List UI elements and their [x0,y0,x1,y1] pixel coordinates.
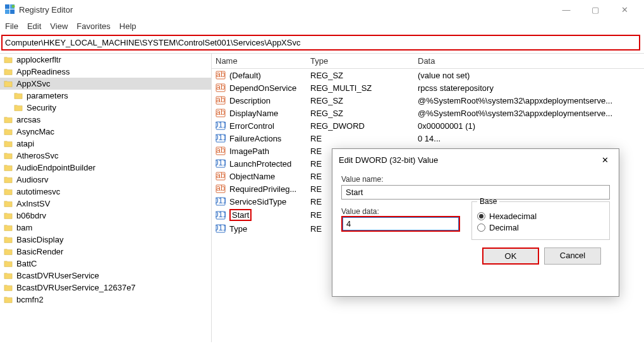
title-bar: Registry Editor — ▢ ✕ [0,0,644,19]
value-data: 0 14... [418,134,640,143]
svg-text:011: 011 [216,121,226,129]
tree-item[interactable]: BasicDisplay [0,234,211,246]
value-name: ServiceSidType [229,197,286,206]
close-button[interactable]: ✕ [610,0,639,19]
list-row[interactable]: abDisplayNameREG_SZ@%SystemRoot%\system3… [212,107,644,119]
ok-button[interactable]: OK [482,248,539,265]
tree-item[interactable]: bam [0,222,211,234]
value-type: REG_DWORD [310,121,418,131]
address-input[interactable] [3,36,639,49]
tree-item-label: AsyncMac [16,127,207,136]
tree-item-label: AppXSvc [16,79,207,88]
list-header: Name Type Data [212,54,644,69]
value-name: DependOnService [229,83,296,93]
tree-item-label: BasicDisplay [16,235,207,244]
col-header-data[interactable]: Data [414,54,644,68]
col-header-name[interactable]: Name [212,54,307,68]
menu-help[interactable]: Help [119,21,137,31]
maximize-button[interactable]: ▢ [581,0,610,19]
radio-dec-label: Decimal [489,223,519,232]
value-name: RequiredPrivileg... [229,184,296,194]
value-name: Description [229,96,270,105]
string-icon: ab [216,70,226,80]
tree-item-label: BattC [16,259,207,268]
base-legend: Base [477,197,499,206]
svg-rect-2 [5,9,9,14]
value-data: @%SystemRoot%\system32\appxdeploymentser… [418,109,640,118]
tree-item[interactable]: BcastDVRUserService_12637e7 [0,282,211,294]
svg-text:011: 011 [216,224,226,232]
value-name-label: Value name: [341,175,610,184]
tree-item-label: b06bdrv [16,211,207,220]
menu-edit[interactable]: Edit [27,21,41,31]
svg-text:ab: ab [216,108,225,117]
value-type: REG_MULTI_SZ [310,83,418,93]
radio-dec[interactable]: Decimal [477,223,604,232]
svg-point-4 [12,5,15,8]
value-data-field[interactable] [343,217,459,230]
svg-text:011: 011 [216,158,226,167]
tree-item[interactable]: Audiosrv [0,174,211,186]
svg-text:ab: ab [216,184,225,193]
value-name: DisplayName [229,109,278,118]
tree-item[interactable]: AppXSvc [0,78,211,90]
tree-item[interactable]: b06bdrv [0,210,211,222]
value-data: rpcss staterepository [418,83,640,93]
list-row[interactable]: abDescriptionREG_SZ@%SystemRoot%\system3… [212,94,644,107]
tree-item[interactable]: Security [0,102,211,114]
tree-item[interactable]: atapi [0,138,211,150]
tree-item[interactable]: BattC [0,258,211,270]
cancel-button[interactable]: Cancel [544,248,601,265]
tree-item-label: applockerfltr [16,55,207,64]
tree-item-label: BcastDVRUserService [16,271,207,280]
svg-text:ab: ab [216,70,225,79]
svg-text:ab: ab [216,171,225,180]
list-row[interactable]: 011FailureActionsRE0 14... [212,132,644,145]
tree-item-label: autotimesvc [16,187,207,196]
edit-dword-dialog: Edit DWORD (32-bit) Value ✕ Value name: … [332,148,619,297]
registry-tree[interactable]: applockerfltrAppReadinessAppXSvcparamete… [0,54,212,342]
tree-item[interactable]: BcastDVRUserService [0,270,211,282]
tree-item[interactable]: autotimesvc [0,186,211,198]
tree-item[interactable]: parameters [0,90,211,102]
tree-item[interactable]: bcmfn2 [0,294,211,306]
menu-file[interactable]: File [5,21,18,31]
list-row[interactable]: 011ErrorControlREG_DWORD0x00000001 (1) [212,119,644,132]
minimize-button[interactable]: — [552,0,581,19]
tree-item[interactable]: AudioEndpointBuilder [0,162,211,174]
value-name: FailureActions [229,134,281,143]
list-row[interactable]: abDependOnServiceREG_MULTI_SZrpcss state… [212,81,644,94]
value-type: REG_SZ [310,71,418,80]
tree-item[interactable]: AtherosSvc [0,150,211,162]
tree-item[interactable]: arcsas [0,114,211,126]
col-header-type[interactable]: Type [307,54,414,68]
value-data: (value not set) [418,71,640,80]
binary-icon: 011 [216,196,226,206]
string-icon: ab [216,83,226,93]
address-bar-highlight [1,35,640,51]
string-icon: ab [216,108,226,118]
tree-item[interactable]: AsyncMac [0,126,211,138]
tree-item[interactable]: AxInstSV [0,198,211,210]
dialog-title: Edit DWORD (32-bit) Value [339,155,438,165]
binary-icon: 011 [216,158,226,169]
binary-icon: 011 [216,210,226,220]
dialog-close-button[interactable]: ✕ [598,154,612,166]
menu-view[interactable]: View [50,21,68,31]
string-icon: ab [216,184,226,194]
menu-bar: File Edit View Favorites Help [0,19,644,33]
tree-item[interactable]: applockerfltr [0,54,211,66]
radio-hex[interactable]: Hexadecimal [477,212,604,221]
tree-item-label: AtherosSvc [16,151,207,160]
binary-icon: 011 [216,133,226,143]
tree-item-label: parameters [27,91,207,100]
tree-item[interactable]: BasicRender [0,246,211,258]
menu-favorites[interactable]: Favorites [76,21,110,31]
list-row[interactable]: ab(Default)REG_SZ(value not set) [212,69,644,81]
radio-hex-label: Hexadecimal [489,212,537,221]
tree-item[interactable]: AppReadiness [0,66,211,78]
value-data: 0x00000001 (1) [418,121,640,131]
tree-item-label: atapi [16,139,207,148]
svg-text:ab: ab [216,95,225,104]
value-name: ImagePath [229,146,269,156]
